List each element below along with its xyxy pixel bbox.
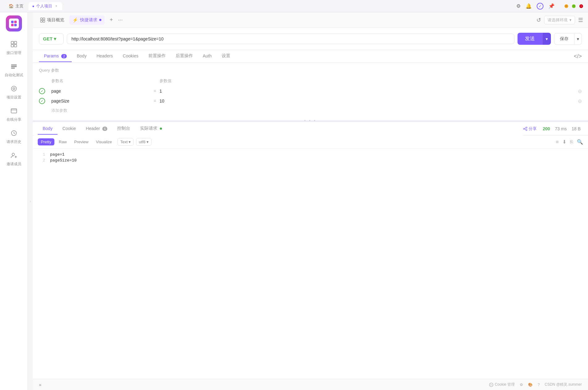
tab-params[interactable]: Params 2 [39, 50, 72, 62]
share-icon [523, 127, 527, 131]
params-tab-label: Params [44, 53, 59, 58]
add-param-btn[interactable]: 添加参数 [39, 106, 582, 115]
settings-icon[interactable]: ⚙ [516, 3, 521, 9]
sidebar-item-request-history[interactable]: 请求历史 [2, 127, 26, 148]
resp-tab-cookie[interactable]: Cookie [58, 123, 81, 135]
svg-point-12 [13, 88, 15, 90]
resp-tab-actual-request[interactable]: 实际请求 [135, 123, 167, 135]
tab-auth[interactable]: Auth [198, 50, 217, 62]
resp-cookie-label: Cookie [62, 126, 76, 131]
download-icon[interactable]: ⬇ [562, 139, 566, 145]
param-remove-2[interactable]: ⊖ [573, 98, 582, 104]
resp-header-label: Header [86, 126, 100, 131]
tab-close-btn[interactable]: × [54, 4, 58, 8]
sync-icon[interactable]: ✓ [537, 3, 543, 10]
close-win-btn[interactable]: × [579, 4, 583, 8]
type-label: Text [120, 140, 128, 144]
format-preview[interactable]: Preview [71, 138, 92, 145]
encoding-dropdown[interactable]: utf8 ▾ [136, 138, 151, 146]
sidebar-item-label: 项目设置 [6, 95, 21, 100]
copy-icon[interactable]: ⎘ [570, 139, 573, 145]
bottom-bar: » Cookie 管理 ⚙ 🎨 ? CSDN @精灵.summer [33, 379, 588, 390]
more-tabs-btn[interactable]: ··· [118, 17, 123, 23]
maximize-btn[interactable]: □ [572, 4, 576, 8]
param-remove-1[interactable]: ⊖ [573, 88, 582, 94]
refresh-icon[interactable]: ↺ [536, 17, 541, 23]
notification-icon[interactable]: 🔔 [526, 3, 532, 9]
check-icon-1[interactable]: ✓ [39, 88, 45, 94]
theme-icon[interactable]: 🎨 [528, 383, 533, 387]
url-input[interactable] [67, 34, 514, 44]
param-value-2[interactable]: 10 [160, 99, 573, 103]
param-checkbox-1[interactable]: ✓ [39, 88, 51, 94]
svg-point-23 [523, 128, 525, 129]
project-overview-tab[interactable]: 项目概览 [38, 15, 67, 25]
project-tab[interactable]: ● 个人项目 × [28, 2, 62, 10]
cookie-icon [489, 383, 493, 387]
code-view-btn[interactable]: </> [574, 53, 582, 60]
tab-cookies[interactable]: Cookies [118, 50, 143, 62]
sidebar-item-api-management[interactable]: 接口管理 [2, 38, 26, 59]
pretty-label: Pretty [41, 140, 51, 144]
tab-post-op[interactable]: 后置操作 [171, 50, 198, 62]
tab-body[interactable]: Body [72, 50, 92, 62]
method-selector[interactable]: GET ▾ [39, 33, 64, 44]
send-dropdown-btn[interactable]: ▾ [542, 33, 551, 45]
window-controls: − □ × [565, 4, 583, 8]
send-button[interactable]: 发送 [518, 33, 542, 45]
hamburger-icon[interactable]: ☰ [578, 17, 583, 23]
expand-btn[interactable]: » [39, 382, 41, 387]
param-name-2[interactable]: pageSize [51, 99, 150, 103]
tab-pre-op[interactable]: 前置操作 [143, 50, 171, 62]
line-content: pageSize=10 [50, 158, 77, 163]
type-dropdown[interactable]: Text ▾ [117, 138, 134, 146]
add-tab-btn[interactable]: + [107, 16, 116, 24]
tab-settings[interactable]: 设置 [217, 50, 235, 62]
code-line-1: 1 page=1 [39, 152, 582, 157]
format-visualize[interactable]: Visualize [93, 138, 115, 145]
svg-line-25 [525, 128, 526, 128]
resp-tab-console[interactable]: 控制台 [112, 123, 135, 135]
format-raw[interactable]: Raw [56, 138, 70, 145]
svg-rect-21 [43, 20, 45, 22]
check-icon-2[interactable]: ✓ [39, 98, 45, 104]
resp-tab-header[interactable]: Header 6 [81, 123, 113, 135]
filter-icon[interactable]: ≡ [556, 139, 559, 145]
app-container: 接口管理 自动化测试 项目设置 [0, 0, 588, 390]
tab-headers[interactable]: Headers [92, 50, 118, 62]
footer-text: CSDN @精灵.summer [545, 382, 582, 387]
app-logo [6, 15, 22, 31]
save-dropdown-btn[interactable]: ▾ [574, 33, 582, 45]
bottom-right: Cookie 管理 ⚙ 🎨 ? CSDN @精灵.summer [489, 382, 582, 387]
collapse-handle[interactable]: › [28, 12, 33, 390]
param-name-1[interactable]: page [51, 89, 150, 94]
param-checkbox-2[interactable]: ✓ [39, 98, 51, 104]
project-tab-icon: ● [32, 4, 34, 8]
help-icon[interactable]: ? [538, 383, 540, 387]
sidebar-item-auto-test[interactable]: 自动化测试 [2, 60, 26, 81]
share-button[interactable]: 分享 [523, 126, 537, 132]
sidebar-item-online-share[interactable]: 在线分享 [2, 104, 26, 125]
format-pretty[interactable]: Pretty [38, 138, 54, 145]
search-icon[interactable]: 🔍 [577, 139, 583, 145]
pin-icon[interactable]: 📌 [548, 3, 555, 9]
sidebar-item-project-settings[interactable]: 项目设置 [2, 82, 26, 103]
param-header: 参数名 参数值 [39, 77, 582, 86]
svg-rect-10 [11, 68, 15, 69]
save-button[interactable]: 保存 [554, 33, 574, 45]
env-selector[interactable]: 请选择环境 ▾ [544, 16, 575, 24]
project-icon [40, 18, 45, 23]
param-value-1[interactable]: 1 [160, 89, 573, 94]
sidebar: 接口管理 自动化测试 项目设置 [0, 12, 28, 390]
visualize-label: Visualize [96, 140, 112, 144]
home-tab[interactable]: 🏠 主页 [5, 2, 27, 10]
svg-point-30 [491, 385, 491, 386]
line-number: 1 [39, 152, 45, 157]
resp-tab-body[interactable]: Body [38, 123, 58, 135]
minimize-btn[interactable]: − [565, 4, 568, 8]
settings-small-icon[interactable]: ⚙ [520, 383, 523, 387]
cookie-manager-btn[interactable]: Cookie 管理 [489, 382, 515, 387]
quick-request-tab[interactable]: ⚡ 快捷请求 [69, 15, 104, 25]
sidebar-item-invite-member[interactable]: 邀请成员 [2, 149, 26, 170]
response-actions: 分享 [523, 126, 537, 132]
